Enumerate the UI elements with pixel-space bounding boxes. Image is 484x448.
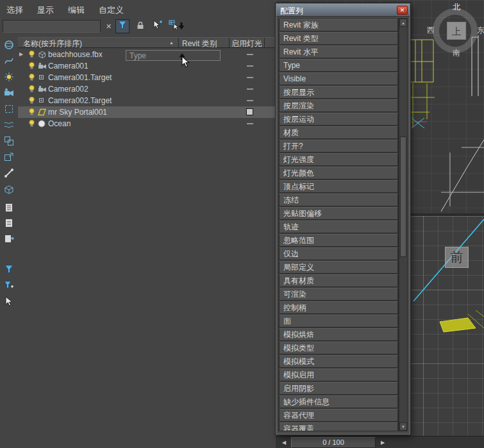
dialog-title[interactable]: 配置列 (276, 4, 410, 17)
display-space-warps-icon[interactable] (1, 117, 17, 133)
menu-display[interactable]: 显示 (37, 4, 54, 18)
display-filter-button[interactable] (115, 19, 129, 33)
visibility-bulb-icon[interactable] (28, 50, 35, 60)
display-xrefs-icon[interactable] (1, 149, 17, 165)
column-option[interactable]: 模拟类型 (279, 342, 398, 354)
column-option[interactable]: 灯光强度 (279, 153, 398, 166)
compass-south-label[interactable]: 南 (453, 47, 460, 58)
column-option[interactable]: 打开? (279, 140, 398, 153)
column-header-light-enabled[interactable]: 启用灯光 (231, 38, 262, 49)
column-divider[interactable] (229, 38, 229, 47)
tree-row[interactable]: Camera002.Target (18, 95, 276, 106)
search-input[interactable] (3, 20, 101, 33)
visibility-bulb-icon[interactable] (28, 108, 35, 118)
menu-customize[interactable]: 自定义 (99, 4, 124, 18)
column-option[interactable]: 控制柄 (279, 301, 398, 314)
column-option[interactable]: Visible (279, 72, 398, 85)
column-option[interactable]: 忽略范围 (279, 234, 398, 247)
column-option[interactable]: Revit 类型 (279, 32, 398, 45)
column-option[interactable]: 按层渲染 (279, 99, 398, 112)
scroll-down-icon[interactable]: ▼ (399, 422, 407, 431)
filter-set-icon[interactable] (1, 278, 17, 293)
column-header-name[interactable]: 名称(按升序排序) (23, 38, 82, 49)
column-option[interactable]: 面 (279, 315, 398, 328)
visibility-bulb-icon[interactable] (28, 96, 35, 106)
column-option[interactable]: 模拟烘焙 (279, 328, 398, 341)
tree-row[interactable]: Ocean (18, 118, 276, 129)
sphere-icon (38, 120, 46, 129)
object-name: Camera002.Target (48, 96, 112, 105)
column-option[interactable]: 可渲染 (279, 288, 398, 301)
column-option[interactable]: 容器代理 (279, 409, 398, 422)
column-option[interactable]: 模拟模式 (279, 355, 398, 368)
menu-bar: 选择显示编辑自定义 (0, 0, 276, 18)
filter-funnel-icon[interactable] (1, 261, 17, 277)
column-option[interactable]: 按层显示 (279, 86, 398, 99)
column-option[interactable]: 材质 (279, 126, 398, 139)
target-icon (38, 97, 45, 106)
visibility-bulb-icon[interactable] (28, 119, 35, 129)
column-option[interactable]: 具有材质 (279, 274, 398, 287)
column-option[interactable]: Revit 家族 (279, 19, 398, 31)
pick-add-button[interactable] (151, 19, 165, 33)
geometry-box-icon (38, 51, 46, 61)
camera-icon (38, 62, 47, 72)
tree-row[interactable]: Camera001.Target (18, 72, 276, 83)
scroll-up-icon[interactable]: ▲ (399, 19, 407, 27)
column-option[interactable]: 局部定义 (279, 261, 398, 274)
column-option[interactable]: 容器覆盖 (279, 422, 398, 431)
target-icon (38, 74, 45, 83)
display-groups-icon[interactable] (1, 133, 17, 149)
column-option[interactable]: 轨迹 (279, 220, 398, 233)
column-option[interactable]: 仅边 (279, 247, 398, 260)
visibility-bulb-icon[interactable] (28, 73, 35, 83)
display-containers-icon[interactable] (1, 181, 17, 197)
viewcube-compass[interactable]: 上 北 南 东 西 (431, 5, 482, 56)
sync-selection-icon[interactable] (1, 231, 17, 246)
column-option[interactable]: 按层运动 (279, 113, 398, 126)
display-shapes-icon[interactable] (1, 53, 17, 69)
column-option[interactable]: Revit 水平 (279, 46, 398, 58)
tree-row[interactable]: Camera001 (18, 60, 276, 72)
previous-frame-button[interactable]: ◀ (280, 438, 288, 447)
expand-arrow-icon[interactable]: ▶ (19, 51, 23, 57)
menu-select[interactable]: 选择 (6, 4, 23, 18)
light-enabled-checkbox[interactable] (246, 108, 253, 115)
display-lights-icon[interactable] (1, 69, 17, 85)
display-cameras-icon[interactable] (1, 85, 17, 101)
dialog-scrollbar[interactable]: ▲ ▼ (399, 18, 408, 431)
collapse-all-icon[interactable] (1, 215, 17, 231)
column-option[interactable]: 模拟启用 (279, 369, 398, 381)
pick-filter-icon[interactable] (1, 294, 17, 309)
column-option[interactable]: 顶点标记 (279, 180, 398, 193)
tree-row[interactable]: Camera002 (18, 83, 276, 95)
display-bones-icon[interactable] (1, 165, 17, 181)
column-option[interactable]: 光贴图偏移 (279, 207, 398, 220)
column-option[interactable]: Type (279, 59, 398, 72)
compass-north-label[interactable]: 北 (453, 2, 460, 13)
scrollbar-thumb[interactable] (400, 137, 406, 257)
close-icon[interactable]: ✕ (397, 6, 408, 15)
visibility-bulb-icon[interactable] (28, 85, 35, 95)
column-option[interactable]: 缺少插件信息 (279, 395, 398, 408)
column-option[interactable]: 冻结 (279, 194, 398, 206)
visibility-bulb-icon[interactable] (28, 62, 35, 72)
column-option[interactable]: 启用阴影 (279, 382, 398, 395)
column-header-revit-category[interactable]: Revit 类别 (182, 38, 217, 49)
lock-button[interactable] (133, 19, 147, 33)
display-geometry-icon[interactable] (1, 37, 17, 53)
time-slider[interactable]: 0 / 100 (291, 437, 376, 448)
column-divider[interactable] (178, 38, 179, 47)
clear-search-icon[interactable]: ✕ (104, 22, 113, 31)
viewcube-front-face[interactable]: 前 (445, 247, 469, 268)
viewcube-top-face[interactable]: 上 (447, 22, 466, 40)
display-helpers-icon[interactable] (1, 101, 17, 117)
expand-all-icon[interactable] (1, 200, 17, 215)
compass-west-label[interactable]: 西 (427, 25, 435, 36)
tree-row[interactable]: mr Sky Portal001 (18, 106, 276, 118)
menu-edit[interactable]: 编辑 (68, 4, 85, 18)
column-option[interactable]: 灯光颜色 (279, 167, 398, 179)
next-frame-button[interactable]: ▶ (378, 438, 387, 447)
compass-east-label[interactable]: 东 (477, 25, 484, 36)
column-divider[interactable] (264, 38, 265, 47)
